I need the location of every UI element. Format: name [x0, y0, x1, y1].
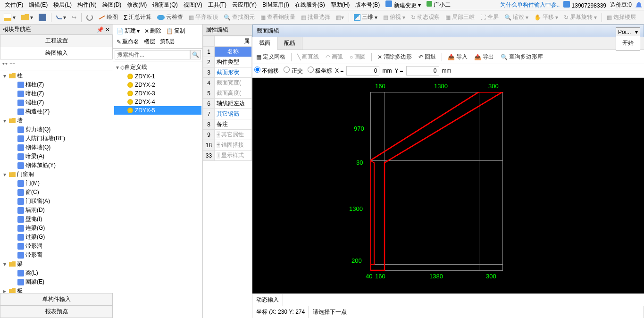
menu-help[interactable]: 帮助(H): [328, 0, 353, 10]
dynamic-view-button[interactable]: ↻ 动态观察: [409, 12, 442, 22]
prop-row[interactable]: 4截面宽度(: [203, 78, 252, 88]
save-button[interactable]: [37, 13, 48, 22]
tree-item[interactable]: 暗柱(Z): [1, 89, 112, 98]
local3d-button[interactable]: ▦ 局部三维: [443, 12, 477, 22]
tree-node-opening[interactable]: ▾门窗洞: [1, 170, 112, 179]
tree-node-column[interactable]: ▾柱: [1, 71, 112, 80]
menu-edit[interactable]: 编辑(E): [26, 0, 50, 10]
import-button[interactable]: 📥 导入: [446, 52, 469, 62]
comp-item[interactable]: ZDYX-1: [114, 72, 201, 81]
new-change-button[interactable]: 新建变更 ▾: [383, 0, 424, 10]
expand-icon[interactable]: +: [217, 131, 220, 138]
collapse-all-icon[interactable]: ⁻⁻: [9, 61, 15, 68]
help-link[interactable]: 为什么单构件输入中参..: [500, 1, 560, 9]
draw-circle-button[interactable]: ○ 画圆: [348, 52, 368, 62]
tree-item[interactable]: 圈梁(E): [1, 277, 112, 286]
menu-floor[interactable]: 楼层(L): [50, 0, 75, 10]
search-input[interactable]: [115, 50, 190, 59]
view-rebar-button[interactable]: ▦ 查看钢筋量: [259, 12, 297, 22]
tree-item[interactable]: 砌体加筋(Y): [1, 161, 112, 170]
y-input[interactable]: [406, 66, 439, 75]
prop-row[interactable]: 9+ 其它属性: [203, 130, 252, 140]
tree-item[interactable]: 带形洞: [1, 242, 112, 251]
undo-button[interactable]: ▾: [54, 13, 68, 22]
query-library-button[interactable]: 🔍 查询多边形库: [499, 52, 545, 62]
comp-root[interactable]: ▾ ◇ 自定义线: [114, 62, 201, 72]
tree-item[interactable]: 端柱(Z): [1, 98, 112, 107]
floor-num-button[interactable]: 第5层: [158, 37, 176, 47]
menu-version[interactable]: 版本号(B): [352, 0, 383, 10]
tree-item[interactable]: 门联窗(A): [1, 197, 112, 206]
menu-view[interactable]: 视图(V): [181, 0, 205, 10]
prop-row[interactable]: 18+ 锚固搭接: [203, 140, 252, 151]
float-header[interactable]: Poi...▾: [616, 28, 640, 36]
menu-draw[interactable]: 绘图(D): [100, 0, 125, 10]
dynamic-input-label[interactable]: 动态输入: [252, 294, 283, 306]
tree-item[interactable]: 构造柱(Z): [1, 107, 112, 116]
new-file-button[interactable]: ▾: [2, 13, 17, 22]
tree-item[interactable]: 连梁(G): [1, 224, 112, 233]
tree-node-slab[interactable]: ▸板: [1, 286, 112, 293]
draw-line-button[interactable]: ╲ 画直线: [295, 52, 321, 62]
tree-item[interactable]: 剪力墙(Q): [1, 125, 112, 134]
open-file-button[interactable]: ▾: [19, 13, 35, 22]
menu-file[interactable]: 文件(F): [2, 0, 26, 10]
pan-button[interactable]: ✋ 平移▾: [532, 12, 560, 22]
tab-section[interactable]: 截面: [252, 37, 277, 50]
tree-node-wall[interactable]: ▾墙: [1, 116, 112, 125]
select-floor-button[interactable]: ▦ 选择楼层: [605, 12, 638, 22]
draw-button[interactable]: 绘图: [97, 12, 120, 22]
tree-item[interactable]: 窗(C): [1, 188, 112, 197]
undo-button[interactable]: ↶ 回退: [417, 52, 438, 62]
replay-button[interactable]: [84, 13, 95, 22]
batch-select-button[interactable]: ▦ 批量选择: [299, 12, 332, 22]
new-component-button[interactable]: 📄新建▾: [115, 26, 142, 36]
comp-item[interactable]: ZDYX-4: [114, 98, 201, 106]
x-input[interactable]: [346, 66, 379, 75]
menu-online[interactable]: 在线服务(S): [292, 0, 328, 10]
clear-polygon-button[interactable]: ✕ 清除多边形: [376, 52, 414, 62]
cloud-check-button[interactable]: 云检查: [155, 12, 185, 22]
export-button[interactable]: 📤 导出: [472, 52, 496, 62]
floor-button[interactable]: 楼层: [142, 37, 157, 47]
radio-ortho[interactable]: 正交: [284, 67, 302, 75]
prop-row[interactable]: 33+ 显示样式: [203, 151, 252, 161]
tree-item[interactable]: 框柱(Z): [1, 80, 112, 89]
tab-rebar[interactable]: 配筋: [277, 37, 302, 50]
view3d-button[interactable]: 三维▾: [352, 12, 379, 22]
find-element-button[interactable]: 🔍 查找图元: [222, 12, 257, 22]
define-grid-button[interactable]: ▦ 定义网格: [254, 52, 287, 62]
tab-project-settings[interactable]: 工程设置: [0, 35, 113, 47]
tree-item[interactable]: 壁龛(I): [1, 215, 112, 224]
comp-item[interactable]: ZDYX-2: [114, 81, 201, 89]
fullscreen-button[interactable]: ⛶ 全屏: [478, 12, 501, 22]
close-icon[interactable]: ✕: [105, 26, 110, 33]
tree-item[interactable]: 门(M): [1, 179, 112, 188]
prop-row[interactable]: 5截面高度(: [203, 88, 252, 99]
tree-item[interactable]: 带形窗: [1, 251, 112, 259]
canvas[interactable]: 160 1380 300 970 30 1300 200 40 160 1380…: [252, 78, 644, 293]
tab-single-input[interactable]: 单构件输入: [0, 293, 113, 306]
comp-item[interactable]: ZDYX-3: [114, 89, 201, 98]
menu-modify[interactable]: 修改(M): [124, 0, 150, 10]
zoom-button[interactable]: 🔍 缩放▾: [502, 12, 530, 22]
draw-arc-button[interactable]: ◠ 画弧: [324, 52, 345, 62]
tab-report-preview[interactable]: 报表预览: [0, 306, 113, 318]
rotate-button[interactable]: ↻ 屏幕旋转▾: [562, 12, 599, 22]
comp-item-selected[interactable]: ZDYX-5: [114, 106, 201, 115]
bell-icon[interactable]: [636, 2, 642, 8]
radio-no-offset[interactable]: 不偏移: [254, 67, 279, 75]
start-button[interactable]: 开始: [616, 36, 640, 50]
tree-item[interactable]: 暗梁(A): [1, 152, 112, 161]
prop-row[interactable]: 6轴线距左边: [203, 99, 252, 109]
menu-cloud[interactable]: 云应用(Y): [229, 0, 259, 10]
tree-item[interactable]: 砌体墙(Q): [1, 143, 112, 152]
menu-bim[interactable]: BIM应用(I): [259, 0, 292, 10]
prop-row[interactable]: 7其它钢筋: [203, 109, 252, 119]
redo-button[interactable]: ↪: [70, 13, 78, 22]
prop-row[interactable]: 2构件类型: [203, 57, 252, 67]
menu-tools[interactable]: 工具(T): [205, 0, 229, 10]
tree-node-beam[interactable]: ▾梁: [1, 259, 112, 268]
tree-item[interactable]: 过梁(G): [1, 233, 112, 242]
menu-component[interactable]: 构件(N): [75, 0, 100, 10]
